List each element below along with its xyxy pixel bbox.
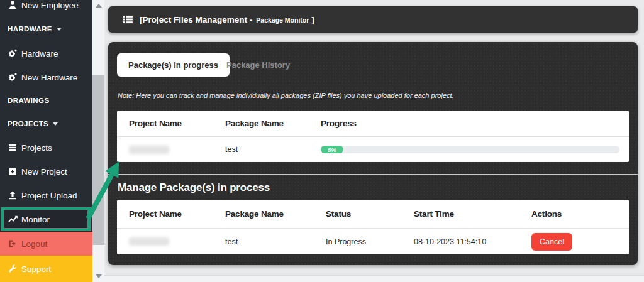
manage-section-title: Manage Package(s) in process [118,182,270,194]
column-header: Project Name [129,119,225,128]
sidebar-section-projects[interactable]: PROJECTS [0,118,92,129]
list-icon [8,143,18,153]
sidebar-section-label: HARDWARE [8,25,52,33]
main-content: [Project Files Management - Package Moni… [104,0,644,282]
tab-package-history[interactable]: Package History [219,53,297,77]
sidebar-section-drawings[interactable]: DRAWINGS [0,95,92,106]
app-root: New Employee HARDWARE Hardware New Hardw… [0,0,644,282]
sidebar-item-label: Hardware [21,49,58,58]
redacted-project-name [129,237,169,246]
logout-icon [8,239,18,249]
chart-line-icon [8,214,18,224]
manage-table: Project Name Package Name Status Start T… [117,200,629,254]
sidebar-item-support[interactable]: Support [0,256,92,282]
sidebar-item-new-employee[interactable]: New Employee [0,0,92,12]
sidebar: New Employee HARDWARE Hardware New Hardw… [0,0,92,282]
scrollbar-up-icon[interactable] [96,4,102,8]
column-header: Progress [321,119,629,128]
sidebar-item-hardware[interactable]: Hardware [0,46,92,60]
manage-table-header: Project Name Package Name Status Start T… [117,200,629,229]
progress-table: Project Name Package Name Progress test … [117,111,629,162]
column-header: Package Name [225,119,321,128]
plus-square-icon [8,166,18,176]
progress-bar-fill: 5% [321,146,343,153]
gear-icon [8,72,18,82]
caret-down-icon [53,122,58,126]
package-name-cell: test [225,237,326,246]
column-header: Project Name [129,209,225,219]
sidebar-item-label: New Hardware [21,73,77,82]
tab-packages-in-progress[interactable]: Package(s) in progress [117,53,230,77]
sidebar-item-new-project[interactable]: New Project [0,165,92,178]
gear-icon [8,48,18,58]
sidebar-section-hardware[interactable]: HARDWARE [0,23,92,35]
page-header: [Project Files Management - Package Moni… [108,6,638,33]
page-title-bracket: ] [311,15,314,24]
redacted-project-name [129,146,169,154]
column-header: Status [326,209,414,219]
column-header: Actions [531,209,629,219]
sidebar-item-label: Project Upload [21,191,77,200]
column-header: Start Time [414,209,531,219]
sidebar-item-label: New Employee [21,1,79,10]
sidebar-section-label: DRAWINGS [8,97,49,104]
table-row: test 5% [117,137,629,162]
package-monitor-panel: Package(s) in progress Package History N… [108,42,638,265]
package-name-cell: test [225,145,321,154]
cancel-button[interactable]: Cancel [531,233,572,251]
sidebar-item-logout[interactable]: Logout [0,232,92,256]
table-row: test In Progress 08-10-2023 11:54:10 Can… [117,229,629,254]
upload-icon [8,190,18,200]
sidebar-item-label: Projects [21,143,52,153]
wrench-icon [8,264,18,274]
note-text: Note: Here you can track and manage indi… [118,92,454,99]
sidebar-item-projects[interactable]: Projects [0,141,92,155]
page-subtitle: Package Monitor [256,16,309,24]
status-cell: In Progress [326,237,414,246]
sidebar-item-label: New Project [21,167,67,176]
start-time-cell: 08-10-2023 11:54:10 [414,237,531,246]
caret-down-icon [57,28,62,31]
footer-strip [104,275,644,282]
sidebar-item-label: Support [21,264,51,274]
section-divider [108,174,638,175]
progress-table-header: Project Name Package Name Progress [117,111,629,137]
scrollbar-thumb[interactable] [92,75,104,245]
sidebar-item-label: Monitor [21,215,50,224]
progress-bar: 5% [321,146,619,153]
sidebar-item-monitor[interactable]: Monitor [1,207,91,231]
page-title: [Project Files Management - [140,15,252,24]
column-header: Package Name [225,209,326,219]
sidebar-item-project-upload[interactable]: Project Upload [0,188,92,202]
sidebar-item-label: Logout [21,239,47,249]
sidebar-section-label: PROJECTS [8,120,48,127]
sidebar-item-new-hardware[interactable]: New Hardware [0,70,92,84]
sidebar-scrollbar[interactable] [92,0,104,282]
person-icon [8,0,18,10]
list-icon [122,14,133,25]
scrollbar-down-icon[interactable] [96,274,102,278]
